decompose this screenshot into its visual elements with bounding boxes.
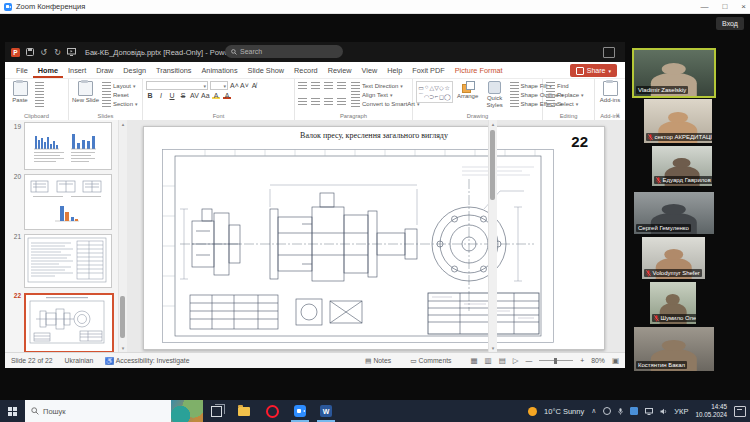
start-button[interactable] — [0, 400, 25, 422]
format-painter-icon[interactable] — [35, 100, 44, 107]
fit-to-window-button[interactable]: ▣ — [612, 356, 619, 365]
thumbnail-scrollbar-thumb[interactable] — [120, 296, 125, 338]
highlight-color-button[interactable]: A — [212, 92, 220, 99]
language-indicator[interactable]: УКР — [674, 407, 688, 416]
minimize-icon[interactable]: — — [700, 2, 708, 11]
tab-transitions[interactable]: Transitions — [151, 63, 196, 78]
scroll-down-icon[interactable]: ▾ — [489, 345, 497, 351]
increase-font-icon[interactable]: A˄ — [230, 82, 238, 89]
tab-record[interactable]: Record — [289, 63, 323, 78]
clear-formatting-icon[interactable]: A̸ — [250, 82, 258, 89]
weather-text[interactable]: 10°C Sunny — [544, 407, 584, 416]
align-right-icon[interactable] — [324, 98, 333, 105]
zoom-slider-thumb[interactable] — [554, 358, 557, 364]
tab-home[interactable]: Home — [33, 63, 63, 78]
zoom-in-button[interactable]: + — [580, 357, 584, 364]
strikethrough-button[interactable]: S — [179, 92, 187, 99]
participant-video-4[interactable]: Сергей Гемуленко — [634, 192, 714, 234]
underline-button[interactable]: U — [168, 92, 176, 99]
align-text-button[interactable]: Align Text▾ — [351, 91, 420, 98]
slide-thumbnail-21[interactable] — [24, 234, 112, 288]
tab-design[interactable]: Design — [118, 63, 151, 78]
shapes-gallery[interactable]: ▭○△▽◇☆ ⌒◠⊃⌐◻◯ — [416, 81, 453, 103]
zoom-app-button[interactable] — [287, 400, 313, 422]
cut-icon[interactable] — [35, 82, 44, 89]
bullets-icon[interactable] — [298, 82, 307, 89]
addins-button[interactable]: Add-ins — [598, 81, 622, 111]
reading-view-button[interactable]: ▤ — [499, 356, 506, 365]
quick-styles-button[interactable]: Quick Styles — [483, 81, 507, 111]
language-status[interactable]: Ukrainian — [65, 357, 94, 364]
layout-button[interactable]: Layout▾ — [102, 82, 138, 89]
zoom-slider[interactable] — [539, 360, 573, 361]
character-spacing-icon[interactable]: AV — [190, 92, 198, 99]
replace-button[interactable]: Replace▾ — [546, 91, 584, 98]
present-icon[interactable] — [67, 48, 76, 57]
ribbon-display-options-icon[interactable] — [603, 47, 615, 58]
italic-button[interactable]: I — [157, 92, 165, 99]
task-view-button[interactable] — [203, 400, 230, 422]
notification-center-icon[interactable] — [734, 406, 746, 417]
comments-button[interactable]: ▭Comments — [410, 357, 451, 365]
indent-increase-icon[interactable] — [337, 82, 346, 89]
participant-video-5[interactable]: Volodymyr Shefer — [642, 237, 705, 279]
font-color-button[interactable]: A — [223, 92, 231, 99]
tab-view[interactable]: View — [357, 63, 383, 78]
participant-video-2[interactable]: сектор АКРЕДИТАЦІЇ — [644, 99, 712, 143]
thumbnail-scrollbar[interactable]: ▴ ▾ — [118, 120, 127, 352]
login-button[interactable]: Вход — [716, 17, 744, 30]
teams-icon[interactable] — [630, 407, 638, 415]
tab-draw[interactable]: Draw — [91, 63, 118, 78]
tab-foxit-pdf[interactable]: Foxit PDF — [407, 63, 449, 78]
font-name-select[interactable]: ▾ — [146, 81, 208, 90]
slide-area-scrollbar[interactable]: ▴ ▾ — [488, 120, 497, 352]
opera-browser-button[interactable] — [258, 400, 287, 422]
tab-insert[interactable]: Insert — [63, 63, 91, 78]
change-case-icon[interactable]: Aa — [201, 92, 209, 99]
smartart-button[interactable]: Convert to SmartArt▾ — [351, 100, 420, 107]
tray-chevron-icon[interactable]: ∧ — [591, 407, 596, 415]
font-size-select[interactable]: ▾ — [210, 81, 228, 90]
slide-thumbnail-19[interactable] — [24, 122, 112, 170]
copy-icon[interactable] — [35, 91, 44, 98]
line-spacing-icon[interactable] — [337, 98, 346, 105]
word-app-button[interactable]: W — [313, 400, 339, 422]
accessibility-status[interactable]: ♿ Accessibility: Investigate — [105, 357, 189, 365]
maximize-icon[interactable]: □ — [722, 2, 727, 11]
taskbar-search-box[interactable]: Пошук — [25, 400, 203, 422]
share-button[interactable]: Share ▾ — [570, 64, 617, 77]
volume-icon[interactable] — [660, 408, 667, 415]
tab-help[interactable]: Help — [382, 63, 407, 78]
undo-icon[interactable]: ↺ — [39, 48, 48, 57]
scroll-down-icon[interactable]: ▾ — [119, 345, 127, 351]
slide-thumbnail-22[interactable] — [24, 293, 114, 352]
slide-sorter-view-button[interactable]: ▥ — [485, 356, 492, 365]
redo-icon[interactable]: ↻ — [53, 48, 62, 57]
participant-video-7[interactable]: Костянтин Бакал — [634, 327, 714, 371]
tab-animations[interactable]: Animations — [196, 63, 242, 78]
arrange-button[interactable]: Arrange — [456, 81, 480, 111]
participant-video-3[interactable]: Едуард Гаврилов — [652, 146, 712, 186]
find-button[interactable]: Find — [546, 82, 584, 89]
onedrive-icon[interactable] — [603, 407, 611, 415]
notes-button[interactable]: ▤Notes — [365, 357, 391, 365]
slide-thumbnail-20[interactable] — [24, 174, 112, 230]
indent-decrease-icon[interactable] — [324, 82, 333, 89]
search-highlight-art[interactable] — [171, 400, 203, 422]
tab-picture-format[interactable]: Picture Format — [450, 63, 508, 78]
display-icon[interactable] — [645, 408, 653, 415]
reset-button[interactable]: Reset — [102, 91, 138, 98]
numbering-icon[interactable] — [311, 82, 320, 89]
participant-video-6[interactable]: Шумило Олег — [650, 282, 696, 324]
slideshow-button[interactable]: ▷ — [513, 356, 519, 365]
text-direction-button[interactable]: Text Direction▾ — [351, 82, 420, 89]
scroll-up-icon[interactable]: ▴ — [489, 121, 497, 127]
file-explorer-button[interactable] — [230, 400, 258, 422]
tab-slide-show[interactable]: Slide Show — [243, 63, 290, 78]
align-center-icon[interactable] — [311, 98, 320, 105]
align-left-icon[interactable] — [298, 98, 307, 105]
paste-button[interactable]: Paste — [8, 81, 32, 111]
normal-view-button[interactable]: ▦ — [470, 356, 477, 365]
section-button[interactable]: Section▾ — [102, 100, 138, 107]
zoom-out-button[interactable]: — — [526, 357, 533, 364]
